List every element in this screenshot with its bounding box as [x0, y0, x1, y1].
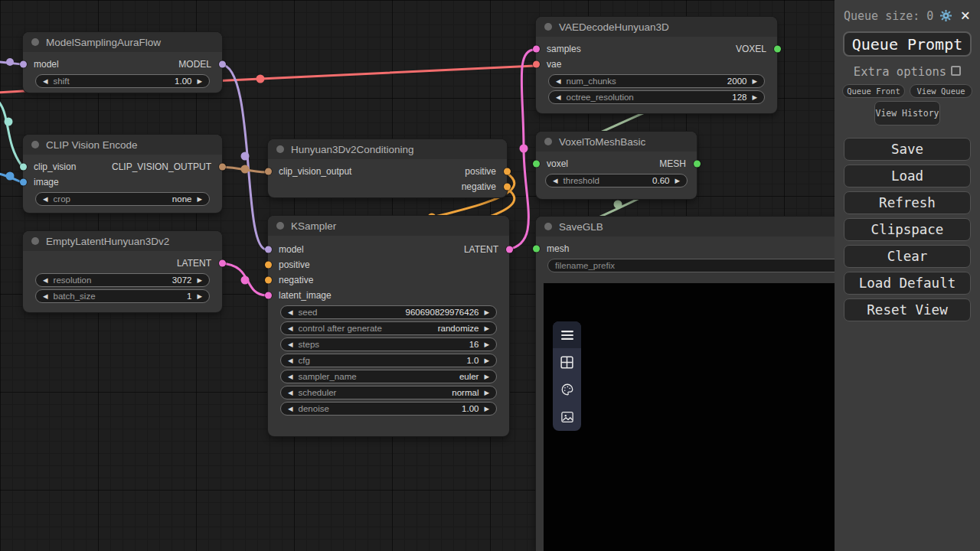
widget-sampler-name[interactable]: ◀ sampler_name euler ▶: [280, 370, 497, 383]
port-mesh-input[interactable]: [533, 246, 540, 253]
collapse-dot-icon[interactable]: [544, 23, 552, 31]
node-voxel-to-mesh-basic[interactable]: VoxelToMeshBasic voxel MESH ◀ threshold …: [536, 132, 697, 199]
widget-steps[interactable]: ◀ steps 16 ▶: [280, 337, 497, 351]
increment-arrow-icon[interactable]: ▶: [484, 357, 489, 364]
viewport-grid-button[interactable]: [553, 348, 581, 376]
widget-num-chunks[interactable]: ◀ num_chunks 2000 ▶: [548, 74, 765, 88]
port-clip-vision-input[interactable]: [20, 164, 27, 171]
node-titlebar[interactable]: EmptyLatentHunyuan3Dv2: [23, 231, 222, 251]
node-titlebar[interactable]: ModelSamplingAuraFlow: [23, 32, 222, 52]
port-samples-input[interactable]: [533, 46, 540, 53]
widget-shift[interactable]: ◀ shift 1.00 ▶: [35, 74, 210, 88]
decrement-arrow-icon[interactable]: ◀: [556, 78, 561, 85]
decrement-arrow-icon[interactable]: ◀: [288, 373, 293, 380]
3d-preview-viewport[interactable]: [544, 283, 835, 551]
increment-arrow-icon[interactable]: ▶: [484, 341, 489, 348]
increment-arrow-icon[interactable]: ▶: [484, 309, 489, 316]
decrement-arrow-icon[interactable]: ◀: [556, 94, 561, 101]
viewport-image-button[interactable]: [553, 403, 581, 431]
settings-gear-icon[interactable]: [939, 8, 953, 23]
port-mesh-output[interactable]: [694, 161, 701, 168]
decrement-arrow-icon[interactable]: ◀: [288, 341, 293, 348]
increment-arrow-icon[interactable]: ▶: [197, 293, 202, 300]
widget-threshold[interactable]: ◀ threshold 0.60 ▶: [545, 174, 688, 187]
port-latent-output[interactable]: [219, 260, 226, 267]
port-model-input[interactable]: [20, 61, 27, 68]
decrement-arrow-icon[interactable]: ◀: [43, 293, 48, 300]
port-negative-input[interactable]: [265, 277, 272, 284]
clear-button[interactable]: Clear: [844, 245, 971, 268]
widget-batch-size[interactable]: ◀ batch_size 1 ▶: [35, 289, 210, 303]
node-titlebar[interactable]: VoxelToMeshBasic: [536, 132, 697, 152]
save-button[interactable]: Save: [844, 138, 971, 161]
viewport-material-button[interactable]: [553, 376, 581, 403]
node-ksampler[interactable]: KSampler model LATENT positive negative …: [268, 216, 509, 436]
close-panel-icon[interactable]: ×: [960, 8, 970, 24]
widget-crop[interactable]: ◀ crop none ▶: [35, 192, 210, 206]
node-titlebar[interactable]: VAEDecodeHunyuan3D: [536, 17, 777, 37]
load-default-button[interactable]: Load Default: [844, 272, 971, 295]
port-model-output[interactable]: [219, 61, 226, 68]
widget-octree-resolution[interactable]: ◀ octree_resolution 128 ▶: [548, 90, 765, 104]
viewport-menu-button[interactable]: [553, 321, 581, 348]
increment-arrow-icon[interactable]: ▶: [675, 178, 680, 184]
node-hunyuan3dv2-conditioning[interactable]: Hunyuan3Dv2Conditioning clip_vision_outp…: [268, 139, 507, 197]
collapse-dot-icon[interactable]: [31, 38, 39, 46]
increment-arrow-icon[interactable]: ▶: [197, 78, 202, 85]
collapse-dot-icon[interactable]: [31, 141, 39, 148]
increment-arrow-icon[interactable]: ▶: [752, 94, 757, 101]
increment-arrow-icon[interactable]: ▶: [752, 78, 757, 85]
decrement-arrow-icon[interactable]: ◀: [43, 196, 48, 203]
node-clip-vision-encode[interactable]: CLIP Vision Encode clip_vision CLIP_VISI…: [23, 135, 222, 213]
port-clip-vision-output[interactable]: [219, 164, 226, 171]
decrement-arrow-icon[interactable]: ◀: [43, 277, 48, 284]
decrement-arrow-icon[interactable]: ◀: [288, 406, 293, 412]
widget-denoise[interactable]: ◀ denoise 1.00 ▶: [280, 402, 497, 416]
increment-arrow-icon[interactable]: ▶: [197, 196, 202, 203]
port-positive-output[interactable]: [504, 168, 511, 175]
queue-front-button[interactable]: Queue Front: [842, 84, 905, 98]
widget-control-after-generate[interactable]: ◀ control after generate randomize ▶: [280, 321, 497, 335]
port-negative-output[interactable]: [504, 184, 511, 191]
node-titlebar[interactable]: SaveGLB: [536, 217, 835, 236]
decrement-arrow-icon[interactable]: ◀: [288, 390, 293, 396]
node-empty-latent-hunyuan3dv2[interactable]: EmptyLatentHunyuan3Dv2 LATENT ◀ resoluti…: [23, 231, 222, 312]
clipspace-button[interactable]: Clipspace: [844, 218, 971, 241]
port-voxel-output[interactable]: [774, 46, 781, 53]
port-voxel-input[interactable]: [533, 161, 540, 168]
refresh-button[interactable]: Refresh: [844, 191, 971, 214]
reset-view-button[interactable]: Reset View: [844, 298, 971, 321]
collapse-dot-icon[interactable]: [544, 138, 552, 145]
extra-options-checkbox[interactable]: [951, 66, 961, 76]
increment-arrow-icon[interactable]: ▶: [197, 277, 202, 284]
increment-arrow-icon[interactable]: ▶: [484, 390, 489, 396]
port-image-input[interactable]: [20, 179, 27, 186]
increment-arrow-icon[interactable]: ▶: [484, 373, 489, 380]
port-model-input[interactable]: [265, 246, 272, 253]
port-positive-input[interactable]: [265, 262, 272, 269]
view-history-button[interactable]: View History: [874, 101, 940, 126]
collapse-dot-icon[interactable]: [276, 222, 284, 230]
increment-arrow-icon[interactable]: ▶: [484, 325, 489, 332]
node-graph-canvas[interactable]: ModelSamplingAuraFlow model MODEL ◀ shif…: [0, 0, 835, 551]
widget-scheduler[interactable]: ◀ scheduler normal ▶: [280, 386, 497, 399]
node-model-sampling-auraflow[interactable]: ModelSamplingAuraFlow model MODEL ◀ shif…: [23, 32, 222, 93]
node-vae-decode-hunyuan3d[interactable]: VAEDecodeHunyuan3D samples VOXEL vae ◀ n…: [536, 17, 777, 113]
widget-cfg[interactable]: ◀ cfg 1.0 ▶: [280, 354, 497, 367]
collapse-dot-icon[interactable]: [31, 237, 39, 245]
widget-seed[interactable]: ◀ seed 960690829976426 ▶: [280, 305, 497, 319]
queue-prompt-button[interactable]: Queue Prompt: [843, 31, 972, 57]
port-vae-input[interactable]: [533, 61, 540, 68]
node-titlebar[interactable]: CLIP Vision Encode: [23, 135, 222, 155]
increment-arrow-icon[interactable]: ▶: [484, 406, 489, 412]
decrement-arrow-icon[interactable]: ◀: [43, 78, 48, 85]
port-latent-image-input[interactable]: [265, 292, 272, 299]
decrement-arrow-icon[interactable]: ◀: [288, 357, 293, 364]
load-button[interactable]: Load: [844, 165, 971, 187]
collapse-dot-icon[interactable]: [544, 223, 552, 230]
widget-resolution[interactable]: ◀ resolution 3072 ▶: [35, 273, 210, 287]
node-titlebar[interactable]: KSampler: [268, 216, 509, 236]
port-latent-output[interactable]: [506, 246, 513, 253]
decrement-arrow-icon[interactable]: ◀: [288, 309, 293, 316]
decrement-arrow-icon[interactable]: ◀: [553, 178, 558, 184]
